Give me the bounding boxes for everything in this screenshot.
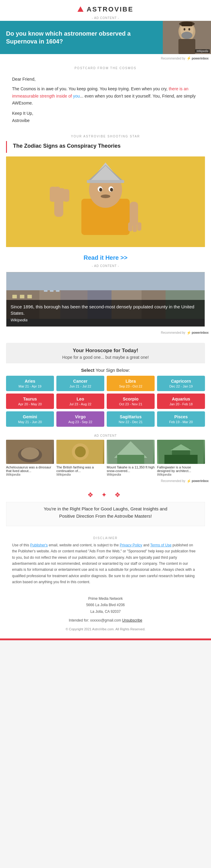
wikipedia-badge: Wikipedia: [195, 49, 210, 53]
ad-row-item-4[interactable]: Fallingwater is a house designed by arch…: [157, 440, 205, 476]
recommended-by-text-2: Recommended by: [161, 331, 185, 334]
sign-libra-dates: Sep 23 - Oct 22: [109, 384, 152, 388]
tagline-line1: You're in the Right Place for Good Laugh…: [44, 506, 167, 511]
footer-copyright: © Copyright 2021 AstroVibe.com. All Righ…: [6, 626, 205, 632]
svg-rect-53: [117, 455, 144, 464]
privacy-link[interactable]: Privacy Policy: [120, 543, 142, 547]
sign-aries-name: Aries: [25, 379, 35, 383]
ad-thumb-3-img: [107, 440, 155, 464]
read-here-link[interactable]: Read it Here >>: [83, 254, 128, 261]
ad-thumb-3: [107, 440, 155, 464]
svg-point-18: [110, 188, 113, 191]
svg-rect-2: [178, 39, 195, 54]
ad-row-item-2[interactable]: The British farthing was a continuation …: [56, 440, 104, 476]
sign-sagittarius-name: Sagittarius: [120, 414, 141, 419]
sign-leo[interactable]: Leo Jul 23 - Aug 22: [56, 394, 104, 409]
sign-taurus[interactable]: Taurus Apr 20 - May 20: [6, 394, 54, 409]
ad-block-2[interactable]: Since 1896, this borough has been the se…: [6, 272, 205, 327]
horoscope-select-label: Select Your Sign Below:: [0, 363, 211, 376]
svg-rect-56: [165, 455, 198, 464]
shooting-star-title: The Zodiac Signs as Conspiracy Theories: [6, 141, 205, 153]
svg-rect-38: [20, 295, 25, 299]
ad-block-2-image: Since 1896, this borough has been the se…: [6, 272, 205, 327]
ad-item-4-wiki: Wikipedia: [157, 473, 172, 476]
powerinbox-rec-2: Recommended by ⚡ powerinbox: [0, 330, 211, 337]
disclaimer-text: Use of this Publisher's email, website a…: [0, 542, 211, 591]
email-header: ASTROVIBE: [0, 0, 211, 15]
ad-banner-top[interactable]: Do you know which astronomer observed a …: [0, 21, 211, 54]
svg-rect-24: [63, 189, 69, 202]
postcard-body-text: The Cosmos is in awe of you. You keep go…: [12, 86, 199, 107]
postcard-sender: Astrovibe: [12, 118, 30, 123]
read-here-section[interactable]: Read it Here >>: [0, 250, 211, 263]
sign-aquarius[interactable]: Aquarius Jan 20 - Feb 18: [157, 394, 205, 409]
powerinbox-text-3: powerinbox: [192, 479, 209, 483]
sign-leo-name: Leo: [77, 397, 84, 401]
footer-intended-text: Intended for: xxxxxx@gmail.com: [69, 618, 121, 622]
powerinbox-rec-1: Recommended by ⚡ powerinbox: [0, 55, 211, 62]
powerinbox-rec-3: Recommended by ⚡ powerinbox: [0, 478, 211, 485]
sign-pisces[interactable]: Pisces Feb 19 - Mar 20: [157, 411, 205, 427]
horoscope-header: Your Horoscope for Today! Hope for a goo…: [6, 343, 205, 363]
sign-taurus-dates: Apr 20 - May 20: [8, 402, 51, 406]
sparkles-divider: ❖ ✦ ❖: [0, 485, 211, 502]
sign-scorpio[interactable]: Scorpio Oct 23 - Nov 21: [107, 394, 155, 409]
sign-capricorn[interactable]: Capricorn Dec 22 - Jan 19: [157, 376, 205, 391]
sign-capricorn-name: Capricorn: [171, 379, 191, 383]
ad-row-item-1[interactable]: Achelousaurus was a dinosaur that lived …: [6, 440, 54, 476]
footer-company: Prime Media Network: [6, 596, 205, 602]
sign-cancer-name: Cancer: [73, 379, 87, 383]
svg-point-19: [101, 194, 110, 198]
sign-pisces-name: Pisces: [174, 414, 187, 419]
tagline-text: You're in the Right Place for Good Laugh…: [19, 505, 192, 520]
recommended-by-text-3: Recommended by: [161, 479, 185, 483]
svg-rect-26: [128, 222, 132, 231]
sign-sagittarius[interactable]: Sagittarius Nov 22 - Dec 21: [107, 411, 155, 427]
unsubscribe-link[interactable]: Unsubscribe: [122, 618, 142, 622]
signs-grid: Aries Mar 21 - Apr 19 Cancer Jun 21 - Ju…: [0, 376, 211, 433]
sign-leo-dates: Jul 23 - Aug 22: [59, 402, 102, 406]
sign-gemini[interactable]: Gemini May 21 - Jun 20: [6, 411, 54, 427]
sign-scorpio-dates: Oct 23 - Nov 21: [109, 402, 152, 406]
privacy-policy-link[interactable]: Publisher's: [30, 543, 48, 547]
ad-item-3-title: Mount Takahe is a 11,350 ft high snow-co…: [107, 465, 155, 473]
footer-address1: 5666 La Jolla Blvd #206: [6, 602, 205, 609]
sign-libra[interactable]: Libra Sep 23 - Oct 22: [107, 376, 155, 391]
svg-rect-25: [130, 202, 138, 226]
sign-libra-name: Libra: [126, 379, 136, 383]
terms-link[interactable]: Terms of Use: [150, 543, 172, 547]
postcard-signoff-text: Keep It Up,: [12, 111, 33, 116]
ad-row-item-3[interactable]: Mount Takahe is a 11,350 ft high snow-co…: [107, 440, 155, 476]
postcard-signoff: Keep It Up, Astrovibe: [12, 110, 199, 124]
svg-rect-8: [181, 22, 192, 26]
postcard-section-label: POSTCARD FROM THE COSMOS: [0, 62, 211, 73]
svg-point-6: [181, 32, 192, 39]
sign-aries[interactable]: Aries Mar 21 - Apr 19: [6, 376, 54, 391]
powerinbox-bolt-icon-3: ⚡: [186, 479, 191, 483]
svg-rect-28: [137, 222, 141, 231]
bottom-bar: [0, 639, 211, 640]
logo-text: ASTROVIBE: [86, 5, 133, 13]
svg-rect-14: [87, 180, 124, 183]
sign-virgo[interactable]: Virgo Aug 23 - Sep 22: [56, 411, 104, 427]
svg-rect-39: [28, 295, 32, 299]
sign-aquarius-dates: Jan 20 - Feb 18: [160, 402, 203, 406]
ad-item-4-title: Fallingwater is a house designed by arch…: [157, 465, 191, 473]
sign-gemini-dates: May 21 - Jun 20: [8, 420, 51, 424]
postcard-body: Dear Friend, The Cosmos is in awe of you…: [0, 73, 211, 130]
ad-item-3-wiki: Wikipedia: [107, 473, 121, 476]
ad-thumb-2: [56, 440, 104, 464]
ad-label-2: - AD CONTENT -: [0, 263, 211, 269]
sign-cancer[interactable]: Cancer Jun 21 - Jul 22: [56, 376, 104, 391]
sign-capricorn-dates: Dec 22 - Jan 19: [160, 384, 203, 388]
sign-pisces-dates: Feb 19 - Mar 20: [160, 420, 203, 424]
svg-point-50: [75, 446, 86, 457]
article-image: [6, 156, 205, 247]
powerinbox-logo-3: ⚡ powerinbox: [186, 479, 209, 483]
sign-sagittarius-dates: Nov 22 - Dec 21: [109, 420, 152, 424]
ad-banner-image: Wikipedia: [163, 21, 211, 54]
article-illustration: [6, 156, 205, 247]
horoscope-select-strong: Select: [81, 368, 94, 373]
recommended-by-text-1: Recommended by: [161, 57, 185, 60]
horoscope-subtitle: Hope for a good one... but maybe a great…: [12, 355, 199, 360]
